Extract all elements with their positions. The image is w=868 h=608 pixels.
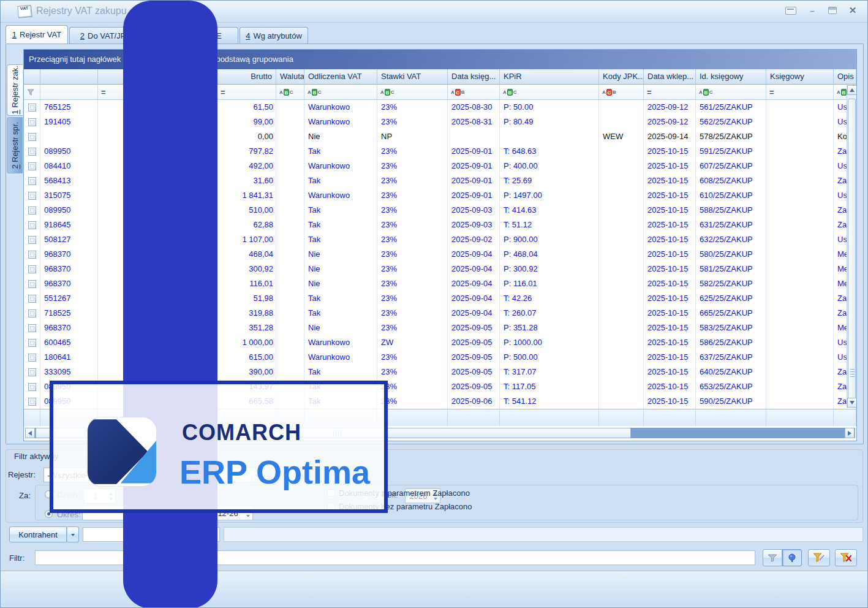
column-header-data_wklep[interactable]: Data wklep... (644, 69, 696, 85)
detach-window-icon[interactable] (785, 7, 796, 15)
tab-wg-atrybutow[interactable]: 4Wg atrybutów (240, 27, 308, 44)
row-checkbox[interactable] (28, 265, 36, 273)
row-checkbox[interactable] (28, 162, 36, 170)
row-checkbox[interactable] (28, 192, 36, 200)
column-header-waluta[interactable]: Waluta (276, 69, 304, 85)
kontrahent-dropdown-button[interactable] (67, 526, 79, 542)
column-header-id_ksiegowy[interactable]: Id. księgowy (696, 69, 766, 85)
scroll-down-button[interactable] (847, 398, 857, 408)
filter-cell-odliczenia[interactable]: ABC (304, 85, 377, 100)
row-checkbox[interactable] (28, 148, 36, 156)
filter-pin-button[interactable] (782, 549, 802, 566)
column-header-ksiegowy[interactable]: Księgowy (766, 69, 834, 85)
cell-sel[interactable] (24, 247, 40, 262)
column-header-data_ksieg[interactable]: Data księg... (448, 69, 500, 85)
cell-sel[interactable] (24, 203, 40, 218)
minimize-button[interactable]: – (806, 6, 818, 15)
row-checkbox[interactable] (28, 251, 36, 259)
scroll-left-button[interactable] (25, 428, 35, 438)
column-header-stawka[interactable]: Stawki VAT (377, 69, 448, 85)
row-checkbox[interactable] (28, 398, 36, 406)
cell-sel[interactable] (24, 262, 40, 276)
cell-sel[interactable] (24, 188, 40, 203)
column-header-sel[interactable] (24, 69, 40, 85)
column-header-kody_jpk[interactable]: Kody JPK... (599, 69, 644, 85)
maximize-button[interactable] (828, 7, 837, 14)
row-checkbox[interactable] (28, 104, 36, 112)
filter-cell-ksiegowy[interactable]: = (766, 85, 834, 100)
kontrahent-button[interactable]: Kontrahent (9, 526, 67, 542)
row-checkbox[interactable] (28, 295, 36, 303)
cell-data_wklep: 2025-10-15 (644, 379, 696, 394)
cell-stawka: 23% (377, 115, 448, 129)
filter-cell-kpir[interactable]: ABC (500, 85, 599, 100)
row-checkbox[interactable] (28, 310, 36, 317)
row-checkbox[interactable] (28, 280, 36, 288)
cell-nip: 315075 (40, 188, 98, 203)
filter-cell-sel[interactable] (24, 85, 40, 100)
column-header-kpir[interactable]: KPiR (500, 69, 599, 85)
row-checkbox[interactable] (28, 177, 36, 185)
cell-sel[interactable] (24, 321, 40, 335)
filter-edit-button[interactable] (808, 549, 830, 566)
close-button[interactable]: ✕ (847, 6, 859, 15)
cell-waluta (276, 188, 304, 203)
column-header-odliczenia[interactable]: Odliczenia VAT (304, 69, 377, 85)
cell-sel[interactable] (24, 115, 40, 129)
filter-cell-brutto[interactable]: = (217, 85, 276, 100)
cell-brutto: 510,00 (217, 203, 276, 218)
filter-cell-data_wklep[interactable]: = (644, 85, 696, 100)
filter-cell-waluta[interactable]: ABC (276, 85, 304, 100)
scroll-up-button[interactable] (847, 85, 857, 95)
cell-odliczenia: Tak (304, 232, 377, 247)
column-header-nip[interactable] (40, 69, 98, 85)
filter-cell-kody_jpk[interactable]: ACB (599, 85, 644, 100)
column-header-opis[interactable]: Opis (834, 69, 856, 85)
vertical-scrollbar-thumb[interactable] (848, 99, 856, 399)
cell-odliczenia: Warunkowo (304, 159, 377, 173)
cell-sel[interactable] (24, 173, 40, 188)
scroll-right-button[interactable] (845, 428, 855, 438)
row-checkbox[interactable] (28, 383, 36, 391)
row-checkbox[interactable] (28, 368, 36, 376)
abc-filter-icon: ABC (699, 89, 713, 96)
cell-sel[interactable] (24, 379, 40, 394)
cell-sel[interactable] (24, 394, 40, 409)
cell-sel[interactable] (24, 291, 40, 306)
filter-apply-button[interactable] (763, 549, 782, 566)
row-checkbox[interactable] (28, 324, 36, 332)
row-checkbox[interactable] (28, 236, 36, 244)
cell-ksiegowy (766, 335, 834, 350)
filter-cell-data_ksieg[interactable]: ACB (448, 85, 500, 100)
cell-sel[interactable] (24, 276, 40, 291)
side-tab-rejestr-sprzedazy[interactable]: 2 Rejestr spr. (7, 117, 23, 173)
cell-sel[interactable] (24, 350, 40, 365)
filter-cell-nip[interactable] (40, 85, 98, 100)
row-checkbox[interactable] (28, 221, 36, 229)
cell-nip: 089950 (40, 203, 98, 218)
row-checkbox[interactable] (28, 354, 36, 362)
cell-sel[interactable] (24, 129, 40, 144)
row-checkbox[interactable] (28, 133, 36, 141)
row-checkbox[interactable] (28, 118, 36, 126)
row-checkbox[interactable] (28, 207, 36, 215)
cell-sel[interactable] (24, 365, 40, 379)
cell-sel[interactable] (24, 335, 40, 350)
cell-sel[interactable] (24, 144, 40, 159)
cell-sel[interactable] (24, 218, 40, 232)
cell-id_ksiegowy: 586/25/ZAKUP (696, 335, 766, 350)
filter-clear-button[interactable] (835, 549, 857, 566)
cell-sel[interactable] (24, 159, 40, 173)
side-tab-rejestr-zakupu[interactable]: 1 Rejestr zak. (7, 64, 23, 116)
cell-sel[interactable] (24, 232, 40, 247)
tab-rejestr-vat[interactable]: 1Rejestr VAT (6, 25, 68, 44)
cell-sel[interactable] (24, 306, 40, 321)
vertical-scrollbar[interactable] (847, 85, 856, 408)
cell-data_ksieg: 2025-09-03 (448, 218, 500, 232)
column-header-brutto[interactable]: Brutto (217, 69, 276, 85)
filtr-label: Filtr: (9, 553, 25, 563)
row-checkbox[interactable] (28, 339, 36, 347)
filter-cell-stawka[interactable]: ABC (377, 85, 448, 100)
filter-cell-id_ksiegowy[interactable]: ABC (696, 85, 766, 100)
cell-sel[interactable] (24, 100, 40, 115)
